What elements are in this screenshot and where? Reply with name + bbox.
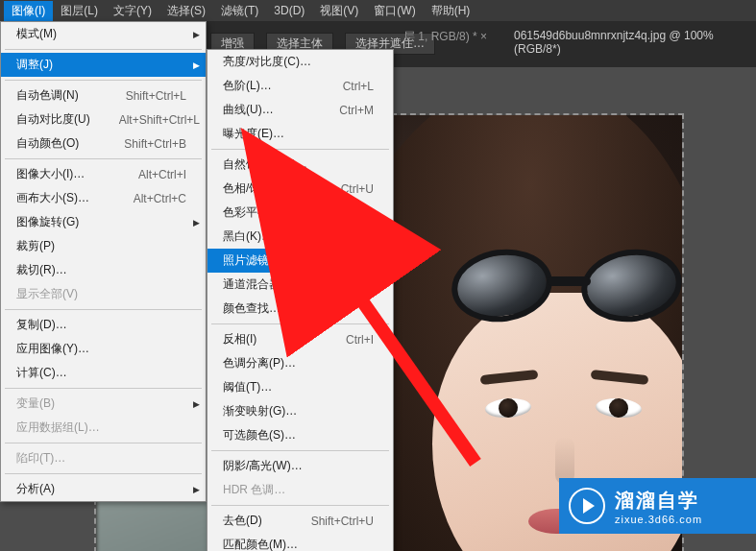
menu-image-rotation[interactable]: 图像旋转(G) ▶	[1, 210, 206, 234]
menu-adjustments[interactable]: 调整(J) ▶	[1, 53, 206, 77]
menu-auto-color[interactable]: 自动颜色(O) Shift+Ctrl+B	[1, 132, 206, 156]
menu-auto-contrast[interactable]: 自动对比度(U) Alt+Shift+Ctrl+L	[1, 108, 206, 132]
menu-apply-dataset: 应用数据组(L)…	[1, 416, 206, 440]
menu-duplicate[interactable]: 复制(D)…	[1, 313, 206, 337]
bridge	[548, 276, 591, 286]
menu-image[interactable]: 图像(I)	[4, 1, 53, 21]
adjust-color-balance[interactable]: 色彩平衡(B)… Ctrl+B	[207, 201, 393, 225]
image-menu-panel: 模式(M) ▶ 调整(J) ▶ 自动色调(N) Shift+Ctrl+L 自动对…	[0, 21, 207, 502]
adjust-match-color[interactable]: 匹配颜色(M)…	[207, 533, 393, 551]
play-icon	[569, 488, 605, 524]
submenu-arrow-icon: ▶	[193, 399, 200, 409]
adjust-vibrance[interactable]: 自然饱和度(V)…	[207, 153, 393, 177]
menu-filter[interactable]: 滤镜(T)	[213, 1, 266, 21]
watermark-url: zixue.3d66.com	[615, 514, 702, 525]
submenu-arrow-icon: ▶	[193, 60, 200, 70]
menu-window[interactable]: 窗口(W)	[366, 1, 423, 21]
menu-view[interactable]: 视图(V)	[312, 1, 366, 21]
adjust-color-lookup[interactable]: 颜色查找…	[207, 297, 393, 321]
lens-left	[447, 243, 556, 328]
adjust-desaturate[interactable]: 去色(D) Shift+Ctrl+U	[207, 509, 393, 533]
adjust-exposure[interactable]: 曝光度(E)…	[207, 122, 393, 146]
menu-auto-tone[interactable]: 自动色调(N) Shift+Ctrl+L	[1, 84, 206, 108]
adjust-gradient-map[interactable]: 渐变映射(G)…	[207, 399, 393, 423]
menu-adjustments-label: 调整(J)	[16, 57, 53, 73]
sunglasses	[451, 250, 682, 326]
submenu-arrow-icon: ▶	[193, 218, 200, 228]
adjust-levels[interactable]: 色阶(L)… Ctrl+L	[207, 74, 393, 98]
submenu-arrow-icon: ▶	[193, 485, 200, 494]
menu-3d[interactable]: 3D(D)	[266, 2, 312, 19]
adjust-hue-saturation[interactable]: 色相/饱和度(H)… Ctrl+U	[207, 177, 393, 201]
menu-variables: 变量(B) ▶	[1, 392, 206, 416]
menu-mode[interactable]: 模式(M) ▶	[1, 22, 206, 46]
adjust-posterize[interactable]: 色调分离(P)…	[207, 351, 393, 375]
menu-trap: 陷印(T)…	[1, 446, 206, 470]
watermark: 溜溜自学 zixue.3d66.com	[559, 478, 756, 534]
adjust-threshold[interactable]: 阈值(T)…	[207, 375, 393, 399]
menu-trim[interactable]: 裁切(R)…	[1, 258, 206, 282]
adjust-invert[interactable]: 反相(I) Ctrl+I	[207, 327, 393, 351]
menu-image-size[interactable]: 图像大小(I)… Alt+Ctrl+I	[1, 162, 206, 186]
adjust-channel-mixer[interactable]: 通道混合器(X)…	[207, 273, 393, 297]
adjust-black-white[interactable]: 黑白(K)… Alt+Shift+Ctrl+B	[207, 225, 393, 249]
lens-right	[576, 243, 682, 328]
watermark-title: 溜溜自学	[615, 488, 702, 514]
submenu-arrow-icon: ▶	[193, 30, 200, 39]
adjust-hdr-toning: HDR 色调…	[207, 478, 393, 502]
menu-select[interactable]: 选择(S)	[159, 1, 213, 21]
menu-mode-label: 模式(M)	[16, 26, 57, 42]
menu-calculations[interactable]: 计算(C)…	[1, 361, 206, 385]
menu-help[interactable]: 帮助(H)	[424, 1, 478, 21]
document-tab-prev[interactable]: 层 1, RGB/8) * ×	[403, 29, 487, 45]
menu-apply-image[interactable]: 应用图像(Y)…	[1, 337, 206, 361]
adjust-selective-color[interactable]: 可选颜色(S)…	[207, 423, 393, 447]
menu-layer[interactable]: 图层(L)	[53, 1, 106, 21]
adjust-photo-filter[interactable]: 照片滤镜(F)…	[207, 249, 393, 273]
menu-reveal-all: 显示全部(V)	[1, 282, 206, 306]
menubar: 图像(I) 图层(L) 文字(Y) 选择(S) 滤镜(T) 3D(D) 视图(V…	[0, 0, 756, 21]
menu-crop[interactable]: 裁剪(P)	[1, 234, 206, 258]
menu-canvas-size[interactable]: 画布大小(S)… Alt+Ctrl+C	[1, 186, 206, 210]
document-tab-current[interactable]: 061549d6buu8mnrxnjtz4q.jpg @ 100%(RGB/8*…	[514, 29, 756, 56]
menu-analysis[interactable]: 分析(A) ▶	[1, 477, 206, 501]
adjust-brightness-contrast[interactable]: 亮度/对比度(C)…	[207, 50, 393, 74]
menu-type[interactable]: 文字(Y)	[106, 1, 159, 21]
adjust-curves[interactable]: 曲线(U)… Ctrl+M	[207, 98, 393, 122]
adjustments-menu-panel: 亮度/对比度(C)… 色阶(L)… Ctrl+L 曲线(U)… Ctrl+M 曝…	[207, 49, 394, 551]
adjust-shadow-highlight[interactable]: 阴影/高光(W)…	[207, 454, 393, 478]
